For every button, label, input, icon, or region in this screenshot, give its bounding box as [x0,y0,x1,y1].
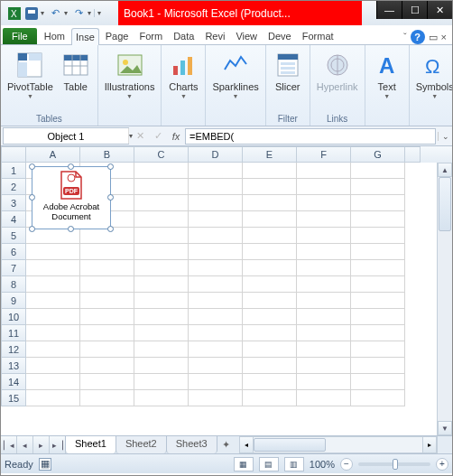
scroll-left-icon[interactable]: ◂ [239,436,254,453]
minimize-ribbon-icon[interactable]: ˇ [403,32,407,42]
cell-B10[interactable] [80,309,134,325]
cell-D2[interactable] [189,179,243,195]
tab-deve[interactable]: Deve [263,27,296,44]
cell-C2[interactable] [134,179,189,195]
new-sheet-icon[interactable]: ✦ [217,436,236,453]
normal-view-icon[interactable]: ▦ [234,457,254,471]
zoom-out-icon[interactable]: − [340,458,353,471]
pivottable-button[interactable]: PivotTable▼ [5,49,56,101]
cell-D15[interactable] [189,390,243,406]
cell-D14[interactable] [189,374,243,390]
cell-E15[interactable] [243,390,297,406]
scroll-up-icon[interactable]: ▲ [438,163,452,177]
cell-B13[interactable] [80,358,134,374]
sheet-nav-next-icon[interactable]: ▸ [33,436,50,453]
cell-F6[interactable] [297,244,351,260]
cell-G11[interactable] [351,325,405,341]
cell-C9[interactable] [134,293,189,309]
row-header-1[interactable]: 1 [1,163,26,179]
cell-E6[interactable] [243,244,297,260]
column-header-E[interactable]: E [243,146,297,163]
cell-D1[interactable] [189,163,243,179]
scroll-right-icon[interactable]: ▸ [422,436,437,453]
sheet-tab-sheet2[interactable]: Sheet2 [116,435,167,453]
cell-A7[interactable] [26,260,80,276]
cell-D7[interactable] [189,260,243,276]
cell-D9[interactable] [189,293,243,309]
cell-C13[interactable] [134,358,189,374]
cell-A9[interactable] [26,293,80,309]
tab-view[interactable]: View [231,27,262,44]
qat-customize[interactable]: ▾ [94,9,99,17]
cell-C10[interactable] [134,309,189,325]
row-header-6[interactable]: 6 [1,244,26,260]
cell-B7[interactable] [80,260,134,276]
cell-D12[interactable] [189,341,243,358]
page-break-view-icon[interactable]: ▥ [284,457,304,471]
cell-F12[interactable] [297,341,351,358]
cell-F11[interactable] [297,325,351,341]
cell-B12[interactable] [80,341,134,358]
cell-A11[interactable] [26,325,80,341]
cell-F14[interactable] [297,374,351,390]
row-header-4[interactable]: 4 [1,211,26,228]
cell-F9[interactable] [297,293,351,309]
save-icon[interactable] [23,5,40,22]
illustrations-button[interactable]: Illustrations▼ [102,49,158,101]
sheet-tab-sheet3[interactable]: Sheet3 [166,435,217,453]
cell-C3[interactable] [134,195,189,211]
window-close-icon[interactable]: × [441,32,447,42]
select-all-corner[interactable] [1,146,26,163]
tab-form[interactable]: Form [134,27,167,44]
cell-G5[interactable] [351,228,405,244]
cell-E1[interactable] [243,163,297,179]
cell-E9[interactable] [243,293,297,309]
row-header-8[interactable]: 8 [1,276,26,293]
cell-F3[interactable] [297,195,351,211]
cell-D4[interactable] [189,211,243,228]
cell-A6[interactable] [26,244,80,260]
horizontal-scrollbar[interactable]: ◂ ▸ [239,436,437,453]
column-header-F[interactable]: F [297,146,351,163]
name-box-input[interactable] [4,131,128,142]
cell-C7[interactable] [134,260,189,276]
expand-formula-bar[interactable]: ⌄ [438,132,452,141]
cell-G12[interactable] [351,341,405,358]
formula-input[interactable] [185,128,436,145]
cell-F4[interactable] [297,211,351,228]
cell-G3[interactable] [351,195,405,211]
zoom-level[interactable]: 100% [310,459,335,470]
cell-E14[interactable] [243,374,297,390]
excel-icon[interactable]: X [6,5,23,22]
symbols-button[interactable]: ΩSymbols▼ [413,49,453,101]
row-header-11[interactable]: 11 [1,325,26,341]
text-button[interactable]: AText▼ [369,49,405,101]
cell-G7[interactable] [351,260,405,276]
sheet-nav-first-icon[interactable]: ▏◂ [1,436,17,453]
window-restore-icon[interactable]: ▭ [429,32,438,43]
cell-D11[interactable] [189,325,243,341]
cell-D8[interactable] [189,276,243,293]
cell-G4[interactable] [351,211,405,228]
row-header-15[interactable]: 15 [1,390,26,406]
help-icon[interactable]: ? [411,30,425,44]
row-header-3[interactable]: 3 [1,195,26,211]
cell-A12[interactable] [26,341,80,358]
cell-C14[interactable] [134,374,189,390]
charts-button[interactable]: Charts▼ [165,49,201,101]
name-box[interactable]: ▾ [3,127,129,145]
row-header-13[interactable]: 13 [1,358,26,374]
cell-F1[interactable] [297,163,351,179]
cell-E8[interactable] [243,276,297,293]
cell-C5[interactable] [134,228,189,244]
cell-E10[interactable] [243,309,297,325]
cell-C11[interactable] [134,325,189,341]
cell-B11[interactable] [80,325,134,341]
cell-A14[interactable] [26,374,80,390]
sparklines-button[interactable]: Sparklines▼ [209,49,261,101]
cell-G1[interactable] [351,163,405,179]
cancel-formula-icon[interactable]: ✕ [131,130,149,142]
cell-F5[interactable] [297,228,351,244]
cell-E7[interactable] [243,260,297,276]
cell-G6[interactable] [351,244,405,260]
